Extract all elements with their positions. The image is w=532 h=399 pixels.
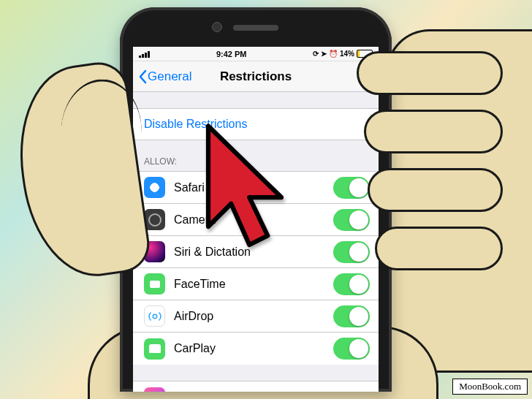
back-button[interactable]: General: [133, 69, 191, 84]
row-label: Siri & Dictation: [174, 246, 333, 259]
row-itunes: iTunes Store: [133, 381, 379, 392]
row-label: Camera: [174, 213, 333, 227]
toggle-camera[interactable]: [333, 209, 370, 231]
watermark: MoonBook.com: [452, 379, 528, 395]
row-label: FaceTime: [174, 278, 333, 291]
chevron-left-icon: [137, 69, 148, 84]
nav-bar: General Restrictions: [133, 61, 379, 92]
settings-content[interactable]: Disable Restrictions Allow: Safari Camer…: [133, 92, 379, 392]
row-safari: Safari: [133, 172, 379, 204]
allow-list: Safari Camera Siri & Dictation: [133, 171, 379, 365]
hand-finger: [375, 227, 503, 270]
allow-list-2: iTunes Store: [133, 381, 379, 392]
svg-point-0: [153, 314, 157, 319]
status-bar: 9:42 PM ⟳ ➤ ⏰ 14%: [133, 47, 379, 61]
disable-restrictions-button[interactable]: Disable Restrictions: [133, 108, 379, 140]
status-indicator-icons: ⟳ ➤ ⏰: [313, 50, 338, 58]
row-label: iTunes Store: [174, 391, 370, 392]
facetime-icon: [144, 273, 165, 294]
signal-strength-icon: [139, 50, 150, 58]
toggle-siri[interactable]: [333, 241, 370, 263]
toggle-airdrop[interactable]: [333, 305, 370, 327]
status-time: 9:42 PM: [150, 50, 313, 58]
airdrop-icon: [144, 305, 165, 327]
safari-icon: [144, 177, 165, 198]
row-airdrop: AirDrop: [133, 300, 379, 332]
itunes-store-icon: [144, 387, 165, 392]
hand-finger: [368, 168, 503, 212]
hand-finger: [364, 110, 503, 153]
row-label: CarPlay: [174, 342, 333, 355]
row-label: Safari: [174, 181, 333, 194]
phone-camera-dot: [212, 22, 222, 32]
toggle-carplay[interactable]: [333, 338, 370, 360]
back-label: General: [148, 69, 191, 84]
phone-screen: 9:42 PM ⟳ ➤ ⏰ 14% General Restrictions D…: [133, 47, 379, 392]
carplay-icon: [144, 338, 165, 360]
row-facetime: FaceTime: [133, 268, 379, 300]
hand-finger: [357, 51, 503, 95]
phone-speaker: [233, 25, 278, 31]
toggle-facetime[interactable]: [333, 273, 370, 295]
toggle-safari[interactable]: [333, 177, 370, 199]
row-carplay: CarPlay: [133, 332, 379, 365]
battery-percent: 14%: [340, 50, 354, 58]
row-camera: Camera: [133, 204, 379, 236]
illustration-scene: 9:42 PM ⟳ ➤ ⏰ 14% General Restrictions D…: [0, 0, 532, 399]
section-header-allow: Allow:: [133, 140, 379, 171]
iphone-device: 9:42 PM ⟳ ➤ ⏰ 14% General Restrictions D…: [120, 7, 392, 392]
row-label: AirDrop: [174, 310, 333, 323]
row-siri: Siri & Dictation: [133, 236, 379, 268]
